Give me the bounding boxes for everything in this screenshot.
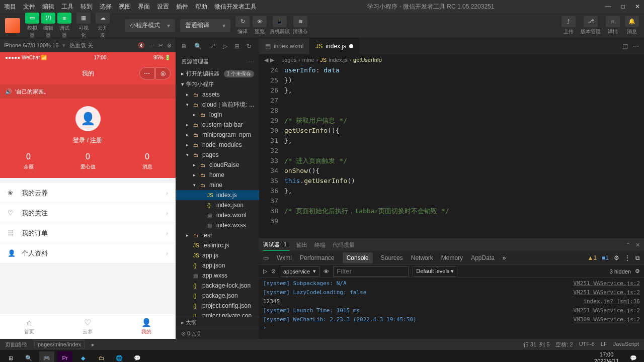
debug-icon[interactable]: ▷ bbox=[223, 43, 227, 50]
menu-转到[interactable]: 转到 bbox=[80, 3, 93, 11]
warning-count[interactable]: ▲1 bbox=[587, 254, 597, 261]
device-select[interactable]: iPhone 6/7/8 100% 16 bbox=[4, 42, 58, 48]
code-area[interactable]: 24252627282930313233343536373839 userInf… bbox=[259, 65, 644, 238]
eol[interactable]: LF bbox=[601, 341, 607, 348]
upload-button[interactable]: ⤴ bbox=[561, 16, 576, 27]
tab-console[interactable]: Console bbox=[343, 252, 373, 263]
eye-icon[interactable]: 👁 bbox=[324, 268, 329, 275]
tree-.eslintrc.js[interactable]: JS.eslintrc.js bbox=[176, 240, 259, 250]
chrome-icon[interactable]: 🌐 bbox=[112, 351, 127, 362]
dt-tab-代码质量[interactable]: 代码质量 bbox=[333, 239, 355, 251]
route-value[interactable]: pages/mine/index bbox=[34, 340, 85, 348]
menu-帮助[interactable]: 帮助 bbox=[195, 3, 207, 11]
app-icon[interactable]: 🎮 bbox=[39, 351, 54, 362]
breadcrumb[interactable]: ◀▶ pages › mine › JS index.js › getUserI… bbox=[259, 54, 644, 65]
tree-cloud | 当前环境: ...[interactable]: ▾🗀cloud | 当前环境: ... bbox=[176, 100, 259, 110]
tab-network[interactable]: Network bbox=[411, 254, 433, 261]
menu-选择[interactable]: 选择 bbox=[100, 3, 112, 11]
remote-debug-button[interactable]: 📱 bbox=[273, 16, 287, 27]
tree-node_modules[interactable]: ▸🗀node_modules bbox=[176, 140, 259, 150]
explorer-more-icon[interactable]: ⋯ bbox=[249, 58, 254, 65]
search-icon[interactable]: 🔍 bbox=[194, 43, 202, 50]
menu-工具[interactable]: 工具 bbox=[61, 3, 73, 11]
mode-select[interactable]: 小程序模式▾ bbox=[125, 19, 175, 32]
problems-section[interactable]: ⊘ 0 △ 0 bbox=[176, 328, 259, 339]
list-item[interactable]: ♡我的关注› bbox=[0, 203, 176, 223]
menu-界面[interactable]: 界面 bbox=[138, 3, 150, 11]
open-editors-section[interactable]: ▸打开的编辑器 1 个未保存 bbox=[176, 68, 259, 79]
tree-custom-tab-bar[interactable]: ▸🗀custom-tab-bar bbox=[176, 120, 259, 130]
start-icon[interactable]: ⊞ bbox=[3, 351, 18, 362]
minimize-icon[interactable]: — bbox=[605, 3, 611, 10]
tree-pages[interactable]: ▾🗀pages bbox=[176, 150, 259, 160]
dt-tab-输出[interactable]: 输出 bbox=[296, 239, 307, 251]
console-log[interactable]: [system] Subpackages: N/AVM251 WAService… bbox=[259, 278, 644, 339]
menu-编辑[interactable]: 编辑 bbox=[42, 3, 54, 11]
debugger-toggle[interactable]: ≡ bbox=[57, 13, 71, 24]
clear-cache-button[interactable]: ≋ bbox=[293, 16, 307, 27]
notice-bar[interactable]: 🔊 '自己的家园。 bbox=[0, 84, 176, 99]
filter-input[interactable] bbox=[333, 266, 409, 277]
settings-icon[interactable]: ⚙ bbox=[614, 254, 619, 261]
tree-package-lock.json[interactable]: {}package-lock.json bbox=[176, 281, 259, 291]
tab-index-js[interactable]: JSindex.js bbox=[309, 38, 359, 54]
version-button[interactable]: ⎇ bbox=[584, 16, 598, 27]
tree-app.wxss[interactable]: ▤app.wxss bbox=[176, 270, 259, 281]
tree-app.js[interactable]: JSapp.js bbox=[176, 250, 259, 260]
hidden-count[interactable]: 3 hidden bbox=[610, 268, 631, 275]
dt-tab-调试器[interactable]: 调试器 1 bbox=[263, 239, 289, 251]
mute-icon[interactable]: 🔇 bbox=[138, 42, 145, 49]
more-tabs-icon[interactable]: » bbox=[503, 254, 506, 261]
capsule-close-icon[interactable]: ◎ bbox=[155, 67, 171, 79]
dock-icon[interactable]: ⋮ bbox=[624, 254, 630, 261]
messages-button[interactable]: 🔔 bbox=[625, 16, 639, 27]
tree-index.wxss[interactable]: ▤index.wxss bbox=[176, 220, 259, 230]
project-section[interactable]: ▾学习小程序 bbox=[176, 79, 259, 89]
tree-index.json[interactable]: {}index.json bbox=[176, 200, 259, 210]
encoding[interactable]: UTF-8 bbox=[579, 341, 595, 348]
tab-我的[interactable]: 👤我的 bbox=[117, 314, 176, 339]
tab-performance[interactable]: Performance bbox=[300, 254, 335, 261]
levels-select[interactable]: Default levels ▾ bbox=[413, 266, 457, 277]
editor-more-icon[interactable]: ⋯ bbox=[633, 43, 639, 50]
stat-item[interactable]: 0余额 bbox=[24, 152, 34, 170]
stat-item[interactable]: 0爱心值 bbox=[80, 152, 96, 170]
clear-console-icon[interactable]: ⊘ bbox=[271, 268, 276, 275]
search-taskbar-icon[interactable]: 🔍 bbox=[21, 351, 36, 362]
preview-button[interactable]: 👁 bbox=[253, 16, 267, 27]
play-icon[interactable]: ▷ bbox=[263, 268, 267, 275]
maximize-icon[interactable]: □ bbox=[621, 3, 625, 10]
vscode-icon[interactable]: ◆ bbox=[75, 351, 91, 362]
tree-miniprogram_npm[interactable]: ▸🗀miniprogram_npm bbox=[176, 130, 259, 140]
tree-test[interactable]: ▸🗀test bbox=[176, 230, 259, 240]
info-count[interactable]: ■1 bbox=[602, 254, 609, 261]
tree-login[interactable]: ▸🗀login bbox=[176, 110, 259, 120]
wechat-icon[interactable]: 💬 bbox=[130, 351, 145, 362]
compile-select[interactable]: 普通编译▾ bbox=[180, 19, 230, 32]
clock[interactable]: 17:00 2022/4/11 bbox=[590, 351, 623, 362]
outline-section[interactable]: ▸ 大纲 bbox=[176, 317, 259, 328]
menu-项目[interactable]: 项目 bbox=[4, 3, 16, 11]
panel-up-icon[interactable]: ⌃ bbox=[626, 242, 630, 248]
login-link[interactable]: 登录 / 注册 bbox=[0, 136, 176, 145]
popout-icon[interactable]: ⧉ bbox=[635, 254, 640, 261]
git-icon[interactable]: ⎇ bbox=[209, 43, 216, 50]
dt-tab-终端[interactable]: 终端 bbox=[314, 239, 326, 251]
tab-首页[interactable]: ⌂首页 bbox=[0, 314, 58, 339]
notification-icon[interactable]: 💬 bbox=[626, 351, 641, 362]
stat-item[interactable]: 0消息 bbox=[142, 152, 152, 170]
simulator-toggle[interactable]: ▭ bbox=[25, 13, 39, 24]
editor-toggle[interactable]: ⟨/⟩ bbox=[41, 13, 55, 24]
tree-package.json[interactable]: {}package.json bbox=[176, 291, 259, 301]
language[interactable]: JavaScript bbox=[613, 341, 639, 348]
user-avatar[interactable] bbox=[5, 18, 20, 33]
tab-云养[interactable]: ♡云养 bbox=[58, 314, 117, 339]
indent-setting[interactable]: 空格: 2 bbox=[555, 341, 573, 348]
menu-视图[interactable]: 视图 bbox=[119, 3, 131, 11]
tab-sources[interactable]: Sources bbox=[381, 254, 403, 261]
compile-button[interactable]: ↻ bbox=[235, 16, 250, 27]
cursor-pos[interactable]: 行 31, 列 5 bbox=[523, 341, 550, 348]
explorer-icon[interactable]: 🗎 bbox=[181, 43, 187, 50]
tree-assets[interactable]: ▸🗀assets bbox=[176, 89, 259, 100]
tree-mine[interactable]: ▾🗀mine bbox=[176, 180, 259, 190]
